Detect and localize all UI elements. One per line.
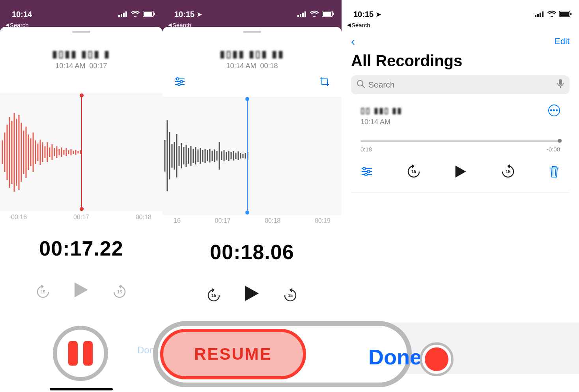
settings-sliders-icon[interactable]: [360, 167, 373, 178]
waveform-display[interactable]: [162, 97, 342, 215]
back-button[interactable]: ‹: [351, 35, 355, 48]
location-icon: ➤: [197, 11, 202, 18]
wifi-icon: [547, 10, 556, 19]
svg-rect-98: [540, 13, 541, 17]
forward-15-icon[interactable]: 15: [501, 164, 515, 180]
pause-button-highlight: [45, 318, 116, 389]
svg-rect-2: [123, 13, 125, 17]
back-to-search[interactable]: ◀ Search: [342, 21, 579, 32]
recording-title: ▮▯▮▮ ▮▯▮ ▮▮: [162, 49, 342, 60]
rewind-15-icon[interactable]: 15: [207, 288, 221, 302]
recording-list-item[interactable]: ▯▯ ▮▮▯ ▮▮ ••• 10:14 AM 0:18 -0:00 15: [351, 94, 570, 192]
svg-rect-99: [542, 11, 544, 17]
crop-icon[interactable]: [319, 77, 330, 90]
svg-rect-97: [537, 14, 539, 17]
svg-line-104: [362, 85, 364, 88]
wifi-icon: [131, 10, 140, 19]
svg-marker-42: [75, 282, 88, 297]
svg-text:15: 15: [211, 293, 216, 298]
microphone-icon[interactable]: [557, 79, 564, 91]
playhead[interactable]: [81, 95, 82, 209]
playback-scrubber[interactable]: [360, 138, 560, 144]
svg-rect-6: [154, 13, 155, 15]
playback-controls: 15 15: [162, 285, 342, 305]
back-triangle-icon: ◀: [347, 22, 351, 28]
recording-item-title: ▯▯ ▮▮▯ ▮▮: [360, 106, 402, 115]
record-button[interactable]: [420, 342, 454, 376]
svg-rect-101: [560, 12, 569, 16]
waveform-display[interactable]: [0, 93, 162, 211]
cellular-icon: [118, 10, 128, 19]
done-button[interactable]: Done: [368, 345, 422, 369]
svg-rect-105: [559, 79, 562, 85]
sheet-handle[interactable]: [0, 27, 162, 33]
resume-button[interactable]: RESUME: [160, 329, 306, 379]
svg-point-109: [367, 170, 370, 173]
play-button[interactable]: [245, 285, 260, 305]
status-bar: 10:15➤: [162, 0, 342, 21]
settings-sliders-icon[interactable]: [174, 77, 185, 90]
status-time: 10:15: [353, 10, 374, 19]
sheet-handle[interactable]: [162, 27, 342, 33]
svg-rect-46: [302, 13, 304, 17]
elapsed-time: 00:18.06: [162, 240, 342, 264]
play-button[interactable]: [74, 282, 89, 302]
svg-rect-1: [121, 14, 122, 17]
timeline-ruler: 16 00:17 00:18 00:19: [162, 215, 342, 224]
svg-point-54: [180, 80, 183, 83]
recording-meta: 10:14 AM00:18: [162, 62, 342, 70]
svg-rect-3: [125, 11, 127, 17]
play-button[interactable]: [454, 165, 467, 180]
svg-rect-50: [333, 13, 334, 15]
svg-text:15: 15: [411, 169, 416, 174]
trash-icon[interactable]: [548, 165, 560, 180]
wifi-icon: [310, 10, 319, 19]
location-icon: ➤: [376, 11, 381, 18]
svg-rect-0: [118, 15, 120, 17]
search-icon: [357, 80, 365, 90]
battery-icon: [322, 10, 334, 19]
more-options-button[interactable]: •••: [548, 105, 560, 116]
cellular-icon: [535, 10, 544, 19]
search-field[interactable]: [351, 75, 570, 94]
svg-rect-49: [323, 12, 331, 16]
svg-text:15: 15: [117, 289, 122, 294]
svg-point-56: [178, 83, 180, 86]
svg-text:15: 15: [288, 293, 293, 298]
battery-icon: [143, 10, 155, 19]
status-bar: 10:15➤: [342, 0, 579, 21]
pause-button[interactable]: [53, 326, 108, 381]
battery-icon: [559, 10, 572, 19]
elapsed-time: 00:17.22: [0, 237, 162, 260]
svg-rect-5: [144, 12, 152, 16]
forward-15-icon[interactable]: 15: [283, 288, 297, 302]
svg-point-52: [176, 78, 179, 80]
svg-rect-96: [535, 15, 536, 17]
recording-meta: 10:14 AM00:17: [0, 62, 162, 70]
playback-controls: 15 15: [0, 282, 162, 302]
status-bar: 10:14: [0, 0, 162, 21]
rewind-15-icon[interactable]: 15: [36, 285, 50, 299]
timeline-ruler: 00:16 00:17 00:18: [0, 211, 162, 221]
svg-rect-44: [297, 15, 299, 17]
status-time: 10:15: [174, 10, 194, 19]
playhead[interactable]: [247, 99, 248, 213]
cellular-icon: [297, 10, 307, 19]
record-dot-icon: [425, 347, 448, 371]
recording-item-timestamp: 10:14 AM: [360, 118, 560, 126]
svg-text:15: 15: [41, 289, 45, 294]
svg-rect-102: [570, 13, 572, 15]
svg-text:15: 15: [505, 169, 510, 174]
scrubber-times: 0:18 -0:00: [360, 146, 560, 153]
page-title: All Recordings: [342, 48, 579, 75]
rewind-15-icon[interactable]: 15: [407, 164, 421, 180]
edit-button[interactable]: Edit: [555, 36, 570, 47]
forward-15-icon[interactable]: 15: [112, 285, 127, 299]
recording-title: ▮▯▮▮ ▮▯▮ ▮: [0, 49, 162, 60]
svg-marker-113: [456, 166, 466, 177]
svg-point-111: [365, 173, 368, 176]
svg-rect-45: [300, 14, 301, 17]
svg-marker-94: [245, 286, 259, 301]
status-time: 10:14: [12, 10, 32, 19]
search-input[interactable]: [368, 80, 554, 90]
